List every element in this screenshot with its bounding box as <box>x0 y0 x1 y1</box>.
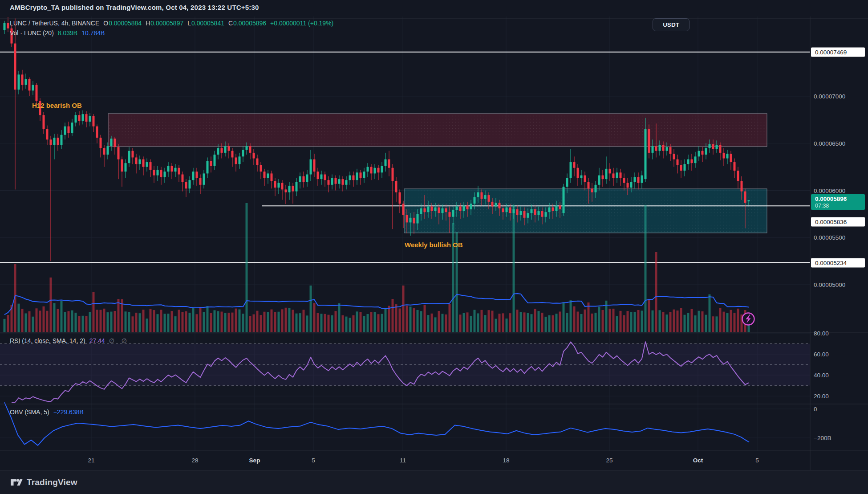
volume-bar <box>335 311 337 332</box>
candle-body <box>598 176 600 185</box>
volume-bar <box>687 313 690 332</box>
volume-bar <box>85 316 88 332</box>
candle-body <box>673 154 675 159</box>
bearish-ob-annotation[interactable]: H12 bearish OB <box>32 102 82 109</box>
candle-body <box>506 208 508 212</box>
volume-bar <box>217 311 219 332</box>
volume-bar <box>580 314 583 332</box>
candle-body <box>356 172 358 180</box>
symbol-title: LUNC / TetherUS, 4h, BINANCE <box>10 20 99 27</box>
candle-body <box>452 210 454 217</box>
volume-bar <box>71 310 73 332</box>
currency-toggle-button[interactable]: USDT <box>653 18 690 31</box>
candle-body <box>231 151 234 158</box>
volume-bar <box>210 313 212 332</box>
volume-bar <box>645 205 647 332</box>
volume-bar <box>310 286 312 332</box>
candle-body <box>160 170 162 177</box>
candle-body <box>210 161 212 166</box>
candle-body <box>523 211 526 218</box>
volume-legend[interactable]: Vol · LUNC (20) 8.039B 10.784B <box>10 29 105 37</box>
candle-body <box>662 145 665 151</box>
candle-body <box>285 189 287 192</box>
candle-body <box>399 192 401 204</box>
candle-body <box>627 183 629 188</box>
volume-bar <box>709 294 711 332</box>
candle-body <box>538 211 540 215</box>
candle-body <box>580 176 583 178</box>
candle-body <box>566 178 568 187</box>
candle-body <box>164 171 166 177</box>
volume-bar <box>118 299 120 332</box>
candle-body <box>36 85 38 101</box>
volume-bar <box>420 311 422 332</box>
volume-bar <box>57 309 59 332</box>
tradingview-wordmark[interactable]: TradingView <box>27 478 77 487</box>
current-price-label: 0.00005896 07:38 <box>811 194 865 210</box>
candle-body <box>392 168 394 181</box>
quick-trade-lightning-button[interactable] <box>742 313 754 325</box>
volume-bar <box>96 310 98 332</box>
volume-bar <box>189 313 191 332</box>
volume-bar <box>730 310 732 332</box>
candle-body <box>413 218 415 224</box>
tradingview-logo-icon[interactable] <box>11 478 23 487</box>
candle-body <box>153 170 155 176</box>
volume-value: 8.039B <box>58 29 77 37</box>
volume-bar <box>132 316 134 332</box>
bullish-ob-annotation[interactable]: Weekly bullish OB <box>405 241 463 249</box>
candle-body <box>395 181 397 192</box>
volume-bar <box>182 312 184 332</box>
candle-body <box>691 159 693 163</box>
candle-body <box>328 180 330 185</box>
candle-body <box>659 145 661 151</box>
volume-bar <box>712 316 714 332</box>
volume-bar <box>114 311 116 332</box>
symbol-legend[interactable]: LUNC / TetherUS, 4h, BINANCE O0.00005884… <box>10 20 333 27</box>
candle-body <box>556 205 558 211</box>
candle-body <box>196 171 198 178</box>
volume-bar <box>509 313 511 332</box>
volume-bar <box>577 312 579 332</box>
candle-body <box>281 183 284 190</box>
volume-bar <box>317 313 319 332</box>
volume-bar <box>627 311 629 332</box>
candle-body <box>442 208 444 213</box>
volume-bar <box>292 310 294 332</box>
volume-bar <box>470 316 472 332</box>
volume-bar <box>548 315 551 332</box>
volume-bar <box>4 319 6 332</box>
candle-body <box>588 182 590 188</box>
candle-body <box>310 159 312 175</box>
rsi-legend[interactable]: RSI (14, close, SMA, 14, 2) 27.44 ∅ ∅ <box>10 337 130 344</box>
volume-bar <box>449 304 451 332</box>
volume-bar <box>36 308 38 332</box>
volume-bar <box>684 315 686 332</box>
candle-body <box>349 176 351 180</box>
candle-body <box>256 159 259 165</box>
volume-bar <box>702 311 704 332</box>
candle-body <box>730 154 732 162</box>
candle-body <box>139 159 141 164</box>
volume-bar <box>142 310 145 332</box>
volume-bar <box>235 309 237 332</box>
volume-bar <box>303 310 305 332</box>
volume-bar <box>153 310 155 332</box>
volume-bar <box>602 310 604 332</box>
volume-bar <box>424 305 426 332</box>
volume-bar <box>157 314 159 332</box>
candle-body <box>363 171 365 178</box>
volume-bar <box>7 315 9 332</box>
volume-bar <box>167 314 170 332</box>
volume-bar <box>360 312 362 332</box>
volume-bar <box>264 312 266 332</box>
bar-countdown: 07:38 <box>815 203 863 209</box>
candle-body <box>128 151 130 163</box>
candle-body <box>563 187 565 213</box>
candle-body <box>278 183 280 188</box>
volume-bar <box>399 308 401 332</box>
price-line-label: 0.00007469 <box>811 47 865 57</box>
volume-bar <box>110 312 113 332</box>
candle-body <box>609 169 611 174</box>
obv-legend[interactable]: OBV (SMA, 5) −229.638B <box>10 408 84 416</box>
